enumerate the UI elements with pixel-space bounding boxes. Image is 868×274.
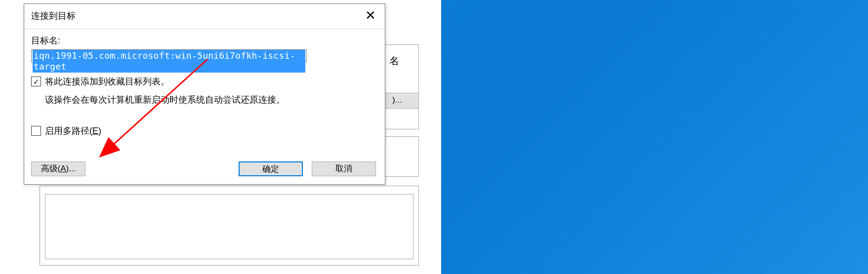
mp-label-prefix: 启用多路径( xyxy=(45,126,92,136)
favorite-checkbox-label: 将此连接添加到收藏目标列表。 xyxy=(45,75,169,88)
background-button-label: )... xyxy=(392,95,402,105)
mp-label-hotkey: E xyxy=(92,126,98,136)
advanced-prefix: 高级( xyxy=(41,164,61,173)
target-name-input[interactable]: iqn.1991-05.com.microsoft:win-5uni6i7ofk… xyxy=(31,49,307,62)
check-icon: ✓ xyxy=(33,78,40,85)
background-group-bottom xyxy=(40,186,419,266)
favorite-checkbox[interactable]: ✓ xyxy=(31,77,41,86)
mp-label-suffix: ) xyxy=(98,126,101,136)
advanced-suffix: )... xyxy=(66,164,76,173)
dialog-body: 目标名: iqn.1991-05.com.microsoft:win-5uni6… xyxy=(31,35,378,179)
close-icon: ✕ xyxy=(365,9,376,22)
connect-to-target-dialog: 连接到目标 ✕ 目标名: iqn.1991-05.com.microsoft:w… xyxy=(24,3,385,185)
background-text-fragment-name: 名 xyxy=(389,54,399,68)
favorite-checkbox-description: 该操作会在每次计算机重新启动时使系统自动尝试还原连接。 xyxy=(45,94,378,106)
advanced-hotkey: A xyxy=(60,164,66,173)
cancel-button[interactable]: 取消 xyxy=(312,161,376,176)
background-listbox[interactable] xyxy=(45,194,413,259)
favorite-checkbox-row: ✓ 将此连接添加到收藏目标列表。 xyxy=(31,75,378,88)
target-name-value: iqn.1991-05.com.microsoft:win-5uni6i7ofk… xyxy=(33,50,305,73)
ok-button[interactable]: 确定 xyxy=(239,161,303,176)
multipath-checkbox-row: 启用多路径(E) xyxy=(31,124,378,137)
multipath-checkbox[interactable] xyxy=(31,126,41,136)
multipath-checkbox-label: 启用多路径(E) xyxy=(45,124,101,137)
advanced-button[interactable]: 高级(A)... xyxy=(31,161,85,176)
dialog-titlebar[interactable]: 连接到目标 ✕ xyxy=(24,4,385,29)
dialog-title: 连接到目标 xyxy=(31,10,76,22)
target-name-label: 目标名: xyxy=(31,35,378,46)
close-button[interactable]: ✕ xyxy=(359,6,382,25)
